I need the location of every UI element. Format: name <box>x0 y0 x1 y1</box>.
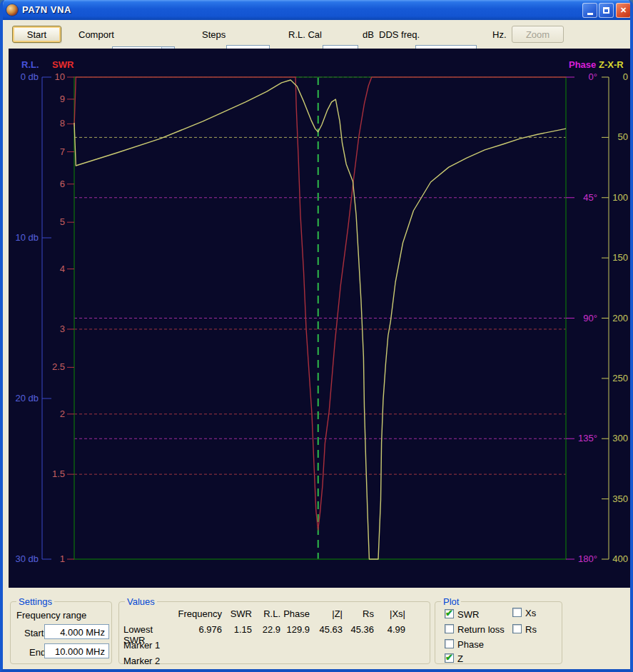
z-tick-label: 200 <box>612 313 628 324</box>
values-table: Frequency SWR R.L. Phase |Z| Rs |Xs| Low… <box>123 606 405 669</box>
comport-label: Comport <box>79 29 114 40</box>
col-frequency: Frequency <box>176 606 222 622</box>
swr-tick-label: 4 <box>60 264 65 274</box>
row-marker2-label: Marker 2 <box>123 653 176 669</box>
rl-tick-label: 20 db <box>15 393 39 403</box>
close-button[interactable]: ✕ <box>616 3 631 18</box>
check-icon: ✔ <box>445 608 453 618</box>
col-rl: R.L. <box>252 606 280 622</box>
plot-area: 0 db10 db20 db30 dbR.L.1098765432.521.51… <box>9 49 630 588</box>
swr-tick-label: 2 <box>60 408 65 419</box>
z-tick-label: 250 <box>612 373 628 383</box>
swr-curve <box>74 77 566 530</box>
phase-checkbox-label: Phase <box>457 639 484 650</box>
plot-group: Plot ✔ SWR ✔ Return loss ✔ Phase ✔ Z ✔ X… <box>435 601 562 664</box>
lowest-swr-phase: 129.9 <box>280 622 310 638</box>
z-tick-label: 150 <box>612 252 628 263</box>
checkbox-return-loss[interactable]: ✔ Return loss <box>445 624 523 636</box>
col-phase: Phase <box>280 606 310 622</box>
checkbox-rs[interactable]: ✔ Rs <box>512 624 555 636</box>
z-tick-label: 0 <box>623 71 628 82</box>
checkbox-xs[interactable]: ✔ Xs <box>512 608 555 619</box>
swr-tick-label: 7 <box>60 146 65 157</box>
phase-checkbox-box[interactable]: ✔ <box>445 639 454 648</box>
values-caption: Values <box>125 596 157 607</box>
frequency-range-label: Frequency range <box>16 610 86 621</box>
xs-checkbox-box[interactable]: ✔ <box>512 608 522 617</box>
z-tick-label: 300 <box>612 433 628 443</box>
close-icon: ✕ <box>620 6 627 15</box>
maximize-icon <box>603 7 609 14</box>
z-axis-title: Z-X-R <box>599 59 624 70</box>
lowest-swr-rl: 22.9 <box>252 622 280 638</box>
z-tick-label: 350 <box>612 493 628 504</box>
dds-freq-label: DDS freq. <box>379 29 420 40</box>
swr-tick-label: 2.5 <box>52 361 65 372</box>
col-xs: |Xs| <box>374 606 405 622</box>
rs-checkbox-box[interactable]: ✔ <box>512 624 522 633</box>
maximize-button[interactable] <box>599 3 614 18</box>
hz-label: Hz. <box>492 29 507 40</box>
toolbar: Start Comport COM10 ▼ Steps R.L. Cal dB … <box>3 20 630 46</box>
app-icon <box>6 4 18 16</box>
z-tick-label: 50 <box>618 131 628 142</box>
xs-checkbox-label: Xs <box>525 608 536 618</box>
vna-chart: 0 db10 db20 db30 dbR.L.1098765432.521.51… <box>9 49 630 588</box>
col-rs: Rs <box>343 606 374 622</box>
plot-caption: Plot <box>441 596 461 607</box>
z-curve <box>74 80 566 559</box>
swr-tick-label: 1 <box>60 553 65 564</box>
start-freq-label: Start <box>24 628 44 638</box>
minimize-button[interactable] <box>582 3 597 18</box>
z-tick-label: 100 <box>612 192 628 203</box>
rl-tick-label: 0 db <box>21 71 39 82</box>
start-button[interactable]: Start <box>12 26 61 43</box>
phase-axis-title: Phase <box>569 59 596 70</box>
phase-tick-label: 180° <box>578 553 597 564</box>
rl-tick-label: 30 db <box>15 553 39 564</box>
swr-tick-label: 6 <box>60 179 65 189</box>
swr-checkbox-box[interactable]: ✔ <box>445 609 454 618</box>
settings-caption: Settings <box>16 596 54 607</box>
values-group: Values Frequency SWR R.L. Phase |Z| Rs |… <box>118 601 430 664</box>
col-swr: SWR <box>222 606 252 622</box>
checkbox-swr[interactable]: ✔ SWR <box>445 609 502 621</box>
check-icon: ✔ <box>445 652 453 663</box>
z-checkbox-box[interactable]: ✔ <box>445 653 454 663</box>
app-window: PA7N VNA ✕ Start Comport COM10 ▼ Steps R… <box>0 0 633 672</box>
window-title: PA7N VNA <box>22 4 71 15</box>
swr-tick-label: 10 <box>55 71 65 82</box>
start-freq-input[interactable] <box>44 624 109 639</box>
titlebar: PA7N VNA ✕ <box>0 0 633 20</box>
swr-tick-label: 5 <box>60 216 65 227</box>
end-freq-input[interactable] <box>44 643 109 658</box>
swr-tick-label: 9 <box>60 94 65 104</box>
phase-tick-label: 135° <box>578 433 597 443</box>
checkbox-phase[interactable]: ✔ Phase <box>445 639 502 651</box>
swr-checkbox-label: SWR <box>457 609 479 620</box>
checkbox-z[interactable]: ✔ Z <box>445 653 487 665</box>
rl-tick-label: 10 db <box>15 232 39 243</box>
zoom-button: Zoom <box>512 26 564 43</box>
db-label: dB <box>363 29 374 40</box>
lowest-swr-xs: 4.99 <box>374 622 405 638</box>
z-checkbox-label: Z <box>457 653 463 664</box>
lowest-swr-swr: 1.15 <box>222 622 252 638</box>
swr-tick-label: 3 <box>60 324 65 334</box>
minimize-icon <box>587 13 593 15</box>
rlcal-label: R.L. Cal <box>288 29 322 40</box>
return-loss-checkbox-label: Return loss <box>457 624 505 635</box>
steps-label: Steps <box>202 29 226 40</box>
rl-axis-title: R.L. <box>21 59 39 70</box>
swr-axis-title: SWR <box>52 59 74 70</box>
col-z: |Z| <box>310 606 343 622</box>
row-marker1-label: Marker 1 <box>123 638 176 653</box>
row-lowest-swr-label: Lowest SWR <box>123 622 176 638</box>
return-loss-checkbox-box[interactable]: ✔ <box>445 624 454 633</box>
z-tick-label: 400 <box>612 553 628 564</box>
lowest-swr-z: 45.63 <box>310 622 343 638</box>
lowest-swr-frequency: 6.976 <box>176 622 222 638</box>
phase-tick-label: 45° <box>583 192 597 203</box>
rs-checkbox-label: Rs <box>525 624 537 635</box>
settings-group: Settings Frequency range Start End <box>10 601 112 664</box>
